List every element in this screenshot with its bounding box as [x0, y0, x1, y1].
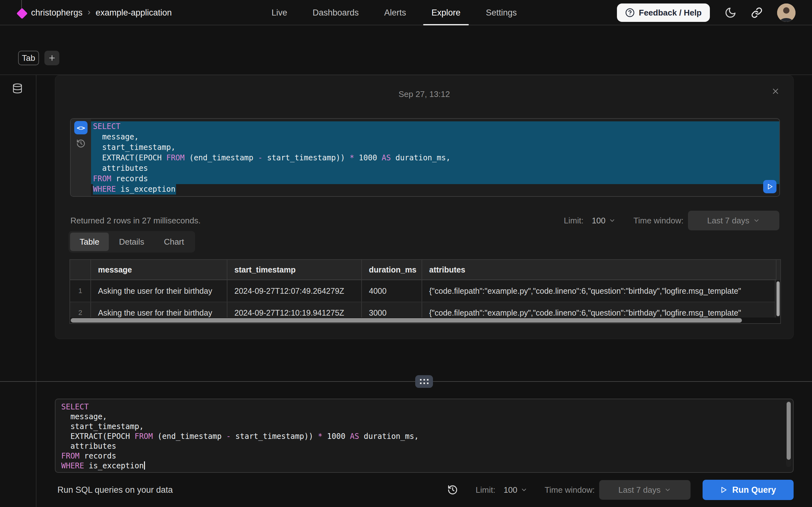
result-controls: Limit: 100 Time window: Last 7 days — [564, 211, 779, 230]
time-window-value: Last 7 days — [618, 485, 661, 495]
limit-label: Limit: — [476, 485, 496, 495]
feedback-help-label: Feedback / Help — [639, 8, 702, 18]
add-tab-button[interactable] — [44, 51, 59, 65]
top-nav: christophergs › example-application Live… — [0, 0, 812, 25]
pane-splitter[interactable] — [0, 381, 812, 382]
breadcrumb: christophergs › example-application — [31, 0, 172, 25]
query-result-card: Sep 27, 13:12 <> SELECT message, start_t… — [55, 75, 794, 339]
sql-line: SELECT — [91, 121, 779, 132]
nav-item-settings[interactable]: Settings — [486, 0, 517, 25]
time-window-label: Time window: — [633, 216, 683, 226]
sql-snippet-code[interactable]: SELECT message, start_timestamp, EXTRACT… — [91, 119, 779, 196]
nav-right: Feedback / Help — [617, 0, 796, 25]
user-avatar[interactable] — [777, 3, 796, 22]
limit-value: 100 — [504, 485, 517, 495]
sql-line: SELECT — [61, 402, 793, 412]
run-query-button[interactable]: Run Query — [703, 480, 794, 500]
run-query-label: Run Query — [732, 485, 776, 495]
nav-item-alerts[interactable]: Alerts — [384, 0, 406, 25]
table-corner-cell — [70, 260, 91, 280]
logfire-logo-icon[interactable] — [16, 8, 28, 19]
table-row[interactable]: 1Asking the user for their birthday2024-… — [70, 280, 780, 302]
sql-line: EXTRACT(EPOCH FROM (end_timestamp - star… — [61, 432, 793, 441]
nav-item-explore[interactable]: Explore — [432, 0, 461, 25]
sql-snippet-box: <> SELECT message, start_timestamp, EXTR… — [70, 118, 780, 197]
view-tab-table[interactable]: Table — [70, 233, 109, 251]
tab-button[interactable]: Tab — [18, 51, 39, 65]
breadcrumb-separator-icon: › — [88, 7, 90, 17]
table-horizontal-scrollbar[interactable] — [70, 318, 780, 323]
column-header-duration_ms[interactable]: duration_ms — [362, 260, 422, 280]
table-header-row: messagestart_timestampduration_msattribu… — [70, 260, 780, 280]
sidebar-divider — [36, 75, 37, 507]
limit-dropdown[interactable]: 100 — [504, 485, 527, 495]
table-vertical-scrollbar[interactable] — [775, 280, 780, 318]
table-cell: Asking the user for their birthday — [91, 280, 227, 302]
run-bar-hint: Run SQL queries on your data — [57, 485, 173, 495]
table-cell: 4000 — [362, 280, 422, 302]
result-meta-row: Returned 2 rows in 27 milliseconds. Limi… — [70, 211, 779, 230]
breadcrumb-org[interactable]: christophergs — [31, 8, 83, 18]
sql-line: WHERE is_exception — [91, 184, 779, 194]
results-table: messagestart_timestampduration_msattribu… — [69, 259, 781, 324]
table-cell: {"code.filepath":"example.py","code.line… — [422, 280, 776, 302]
play-icon — [720, 487, 727, 493]
time-window-value: Last 7 days — [707, 216, 750, 226]
chevron-down-icon — [520, 487, 527, 493]
tab-strip: Tab — [0, 51, 812, 66]
column-header-message[interactable]: message — [91, 260, 227, 280]
sql-line: start_timestamp, — [91, 142, 779, 153]
app: christophergs › example-application Live… — [0, 0, 812, 507]
time-window-dropdown[interactable]: Last 7 days — [599, 480, 691, 500]
splitter-drag-handle-icon[interactable] — [415, 375, 433, 388]
limit-value: 100 — [592, 216, 606, 226]
nav-item-dashboards[interactable]: Dashboards — [313, 0, 359, 25]
limit-label: Limit: — [564, 216, 583, 226]
run-snippet-play-icon[interactable] — [763, 180, 776, 193]
row-number: 1 — [70, 280, 91, 302]
close-icon[interactable] — [771, 87, 780, 96]
nav-item-live[interactable]: Live — [271, 0, 287, 25]
scrollbar-thumb[interactable] — [776, 281, 780, 316]
history-icon[interactable] — [76, 139, 86, 148]
sql-editor-code[interactable]: SELECT message, start_timestamp, EXTRACT… — [61, 402, 793, 471]
help-icon — [625, 8, 635, 17]
chevron-down-icon — [753, 217, 760, 224]
column-header-start_timestamp[interactable]: start_timestamp — [227, 260, 362, 280]
sql-line: EXTRACT(EPOCH FROM (end_timestamp - star… — [91, 153, 779, 163]
sql-line: WHERE is_exception — [61, 461, 793, 471]
time-window-dropdown[interactable]: Last 7 days — [688, 211, 779, 230]
view-tab-details[interactable]: Details — [109, 233, 154, 251]
logo-tail — [21, 0, 22, 9]
code-icon[interactable]: <> — [74, 121, 88, 134]
text-caret — [144, 461, 145, 469]
limit-dropdown[interactable]: 100 — [592, 216, 616, 226]
time-window-label: Time window: — [545, 485, 595, 495]
database-schema-icon[interactable] — [12, 83, 23, 94]
result-meta-text: Returned 2 rows in 27 milliseconds. — [70, 216, 200, 226]
breadcrumb-project[interactable]: example-application — [96, 8, 171, 18]
editor-scrollbar[interactable] — [786, 401, 792, 467]
view-tab-chart[interactable]: Chart — [154, 233, 194, 251]
run-bar-controls: Limit: 100 Time window: Last 7 days Run … — [447, 480, 794, 500]
scrollbar-thumb[interactable] — [71, 318, 742, 323]
results-table-grid: messagestart_timestampduration_msattribu… — [70, 260, 780, 323]
theme-toggle-moon-icon[interactable] — [724, 7, 737, 19]
chevron-down-icon — [609, 217, 616, 224]
query-history-icon[interactable] — [447, 485, 458, 495]
feedback-help-button[interactable]: Feedback / Help — [617, 3, 710, 22]
main-nav: LiveDashboardsAlertsExploreSettings — [271, 0, 517, 25]
run-bar: Run SQL queries on your data Limit: 100 … — [0, 473, 812, 507]
scrollbar-thumb[interactable] — [786, 402, 791, 460]
sql-line: message, — [91, 132, 779, 142]
sql-line: attributes — [91, 163, 779, 174]
sql-editor[interactable]: SELECT message, start_timestamp, EXTRACT… — [55, 399, 794, 473]
sql-line: start_timestamp, — [61, 422, 793, 432]
chevron-down-icon — [664, 487, 671, 493]
sql-line: FROM records — [91, 174, 779, 184]
sql-line: attributes — [61, 441, 793, 451]
sql-snippet-gutter: <> — [71, 119, 91, 196]
share-link-icon[interactable] — [751, 7, 763, 18]
column-header-attributes[interactable]: attributes — [422, 260, 776, 280]
result-view-tabs: TableDetailsChart — [68, 231, 195, 252]
